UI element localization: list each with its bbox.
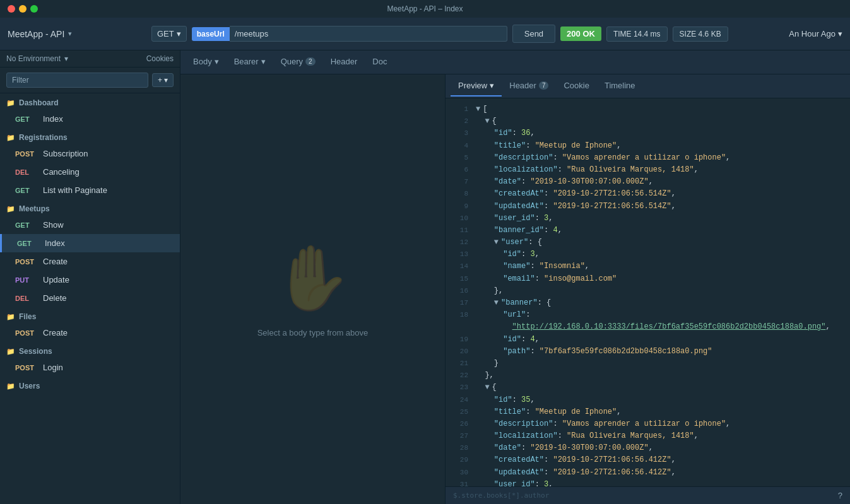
- json-line: 28 "date": "2019-10-30T00:07:00.000Z",: [446, 442, 850, 454]
- folder-icon: 📁: [6, 205, 15, 213]
- sidebar-item-login[interactable]: POST Login: [0, 358, 180, 377]
- tab-header-label: Header: [331, 57, 358, 66]
- folder-icon: 📁: [6, 134, 15, 142]
- body-chevron-icon: ▾: [215, 57, 219, 66]
- tab-cookie-label: Cookie: [564, 81, 589, 90]
- minimize-button[interactable]: [19, 5, 27, 13]
- group-header-registrations[interactable]: 📁 Registrations: [0, 128, 180, 144]
- tab-body-label: Body: [193, 57, 212, 66]
- sidebar: No Environment ▾ Cookies + ▾ 📁 Dashboard…: [0, 50, 180, 504]
- sidebar-item-meetups-update[interactable]: PUT Update: [0, 271, 180, 289]
- group-header-users[interactable]: 📁 Users: [0, 377, 180, 393]
- add-request-button[interactable]: + ▾: [152, 73, 174, 87]
- sidebar-item-label: Create: [43, 257, 68, 266]
- group-label-meetups: Meetups: [19, 204, 50, 213]
- json-line: "http://192.168.0.10:3333/files/7bf6af35…: [446, 321, 850, 333]
- close-button[interactable]: [8, 5, 15, 13]
- preview-chevron-icon: ▾: [490, 81, 494, 90]
- env-chevron-icon: ▾: [64, 54, 68, 63]
- json-line: 23 ▼{: [446, 382, 850, 394]
- method-tag-get: GET: [15, 221, 38, 229]
- json-line: 12 ▼"user": {: [446, 237, 850, 249]
- toolbar: MeetApp - API ▾ GET ▾ baseUrl Send 200 O…: [0, 18, 850, 50]
- cookies-label[interactable]: Cookies: [146, 54, 174, 63]
- sidebar-item-meetups-create[interactable]: POST Create: [0, 252, 180, 271]
- bottom-bar: $.store.books[*].author ?: [446, 486, 850, 504]
- content-pane: Body ▾ Bearer ▾ Query 2 Header Doc ✋: [180, 50, 850, 504]
- folder-icon: 📁: [6, 348, 15, 356]
- status-badge: 200 OK: [560, 26, 601, 41]
- main-layout: No Environment ▾ Cookies + ▾ 📁 Dashboard…: [0, 50, 850, 504]
- method-tag-put: PUT: [15, 276, 38, 284]
- hand-icon: ✋: [273, 241, 352, 315]
- help-icon[interactable]: ?: [838, 491, 842, 500]
- method-tag-del: DEL: [15, 168, 38, 176]
- folder-icon: 📁: [6, 382, 15, 390]
- send-button[interactable]: Send: [512, 25, 555, 43]
- tab-preview-label: Preview: [458, 81, 487, 90]
- group-header-dashboard[interactable]: 📁 Dashboard: [0, 93, 180, 110]
- ago-badge[interactable]: An Hour Ago ▾: [789, 29, 842, 38]
- ago-label: An Hour Ago: [789, 29, 835, 38]
- body-hint-text: Select a body type from above: [257, 328, 369, 337]
- method-tag-del: DEL: [15, 295, 38, 302]
- json-line: 15 "email": "inso@gmail.com": [446, 273, 850, 285]
- json-line: 29 "createdAt": "2019-10-27T21:06:56.412…: [446, 454, 850, 466]
- tab-bearer[interactable]: Bearer ▾: [227, 52, 273, 73]
- body-area: ✋ Select a body type from above: [180, 74, 446, 504]
- method-tag-post: POST: [15, 364, 38, 372]
- group-header-sessions[interactable]: 📁 Sessions: [0, 342, 180, 358]
- filter-input[interactable]: [6, 73, 148, 88]
- json-line: 21 }: [446, 358, 850, 370]
- tab-timeline[interactable]: Timeline: [597, 76, 643, 97]
- tab-query[interactable]: Query 2: [273, 52, 323, 73]
- json-line: 1▼[: [446, 103, 850, 115]
- sidebar-item-subscription[interactable]: POST Subscription: [0, 144, 180, 163]
- jq-hint[interactable]: $.store.books[*].author: [453, 491, 549, 500]
- tab-header[interactable]: Header: [323, 52, 365, 73]
- json-line: 10 "user_id": 3,: [446, 213, 850, 225]
- method-select[interactable]: GET ▾: [151, 26, 187, 42]
- json-line: 31 "user_id": 3,: [446, 479, 850, 486]
- tab-body[interactable]: Body ▾: [186, 52, 227, 73]
- tab-preview[interactable]: Preview ▾: [451, 76, 502, 97]
- tab-query-label: Query: [281, 57, 303, 66]
- url-input[interactable]: [230, 26, 507, 42]
- add-chevron-icon: ▾: [164, 76, 168, 85]
- sidebar-item-list-paginate[interactable]: GET List with Paginate: [0, 181, 180, 199]
- app-title-area[interactable]: MeetApp - API ▾: [8, 29, 146, 39]
- group-label-registrations: Registrations: [19, 133, 68, 142]
- sidebar-item-files-create[interactable]: POST Create: [0, 324, 180, 342]
- maximize-button[interactable]: [30, 5, 38, 13]
- bearer-chevron-icon: ▾: [261, 57, 266, 66]
- json-line: 16 },: [446, 285, 850, 297]
- sidebar-header: + ▾: [0, 67, 180, 93]
- folder-icon: 📁: [6, 313, 15, 321]
- json-line: 9 "updatedAt": "2019-10-27T21:06:56.514Z…: [446, 201, 850, 213]
- group-header-files[interactable]: 📁 Files: [0, 307, 180, 324]
- sidebar-item-canceling[interactable]: DEL Canceling: [0, 163, 180, 181]
- url-base[interactable]: baseUrl: [192, 27, 230, 41]
- json-line: 7 "date": "2019-10-30T00:07:00.000Z",: [446, 176, 850, 188]
- tab-resp-header[interactable]: Header 7: [502, 76, 556, 97]
- sidebar-scroll: 📁 Dashboard GET Index 📁 Registrations PO…: [0, 93, 180, 504]
- json-viewer: 1▼[ 2 ▼{ 3 "id": 36, 4 "title": "Meetup …: [446, 98, 850, 486]
- method-chevron-icon: ▾: [177, 29, 181, 38]
- sidebar-item-label: Create: [43, 328, 68, 337]
- query-badge: 2: [305, 57, 316, 66]
- method-tag-post: POST: [15, 150, 38, 158]
- group-header-meetups[interactable]: 📁 Meetups: [0, 199, 180, 216]
- group-label-sessions: Sessions: [19, 347, 52, 356]
- sidebar-item-dashboard-index[interactable]: GET Index: [0, 110, 180, 128]
- env-label[interactable]: No Environment: [6, 54, 61, 63]
- json-line: 18 "url":: [446, 309, 850, 321]
- tab-doc[interactable]: Doc: [365, 52, 394, 73]
- tab-resp-header-label: Header: [509, 81, 536, 90]
- sidebar-item-meetups-index[interactable]: GET Index: [0, 234, 180, 252]
- sidebar-item-meetups-delete[interactable]: DEL Delete: [0, 289, 180, 307]
- json-line: 26 "description": "Vamos aprender a util…: [446, 418, 850, 430]
- json-line: 4 "title": "Meetup de Iphone",: [446, 140, 850, 152]
- sidebar-item-meetups-show[interactable]: GET Show: [0, 216, 180, 234]
- sidebar-item-label: Subscription: [43, 149, 88, 158]
- tab-cookie[interactable]: Cookie: [556, 76, 596, 97]
